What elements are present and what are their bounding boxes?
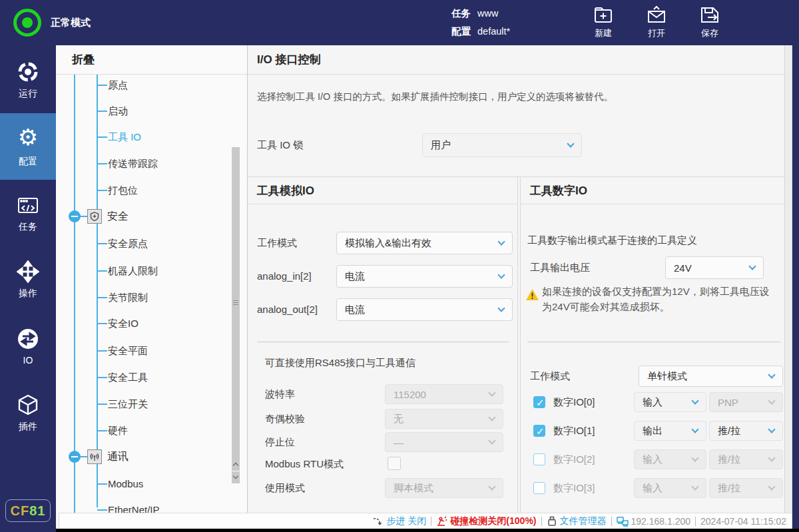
tree-item-pack-pos[interactable]: 打包位 (56, 177, 236, 204)
step-arrow-icon (373, 516, 384, 527)
sidebar-item-label: 插件 (19, 421, 37, 433)
digital-io-1-checkbox[interactable] (533, 425, 545, 437)
usb-drive-icon (547, 516, 557, 527)
panel-title: 工具模拟IO (248, 177, 517, 204)
tree-collapse-header[interactable]: 折叠 (56, 45, 247, 75)
open-button[interactable]: 打开 (639, 3, 674, 43)
collapse-minus-icon[interactable] (69, 451, 81, 463)
rtu-mode-checkbox[interactable] (388, 457, 401, 470)
analog-in-label: analog_in[2] (257, 265, 312, 288)
file-manager-button[interactable]: 文件管理器 (547, 515, 607, 527)
chevron-down-icon (488, 437, 495, 444)
save-button[interactable]: 保存 (692, 3, 727, 43)
step-mode-toggle[interactable]: 步进 关闭 (373, 515, 426, 527)
tree-scrollbar-thumb[interactable] (232, 147, 240, 459)
tree-item-tool-io[interactable]: 工具 IO (56, 124, 236, 150)
digital-io-0-checkbox[interactable] (533, 396, 545, 408)
tree-item-startup[interactable]: 启动 (56, 98, 236, 125)
open-file-icon (646, 5, 667, 26)
digital-io-1-mode-select[interactable]: 推/拉 (709, 421, 783, 441)
chevron-down-icon (768, 371, 775, 378)
sidebar-item-operate[interactable]: 操作 (0, 246, 56, 313)
chevron-down-icon (497, 304, 505, 312)
digital-io-1-direction-select[interactable]: 输出 (634, 421, 706, 441)
tree-item-ethernet-ip[interactable]: EtherNet/IP (56, 497, 236, 513)
tree-item-safety-plane[interactable]: 安全平面 (56, 338, 236, 364)
tree-section-safety[interactable]: 安全 (56, 203, 236, 230)
section-title: I/O 接口控制 (248, 45, 784, 75)
sidebar-item-label: 任务 (19, 221, 37, 233)
tree-item-conveyor[interactable]: 传送带跟踪 (56, 150, 236, 177)
work-mode-label: 工作模式 (257, 232, 297, 254)
sidebar-item-task[interactable]: 任务 (0, 180, 56, 246)
io-interface-section: I/O 接口控制 选择控制工具 I/O 接口的方式。如果扩展插件控制接口，用户定… (248, 45, 784, 177)
sidebar-item-config[interactable]: ⚙ 配置 (0, 113, 56, 180)
gear-icon: ⚙ (18, 126, 38, 151)
chevron-down-icon (768, 397, 775, 404)
tree-item-origin[interactable]: 原点 (56, 75, 236, 99)
tree-item-safe-origin[interactable]: 安全原点 (56, 230, 236, 257)
new-button[interactable]: 新建 (586, 3, 621, 43)
collapse-minus-icon[interactable] (69, 210, 81, 222)
rs485-note: 可直接使用RS485接口与工具通信 (265, 357, 415, 370)
tree-item-safety-io[interactable]: 安全IO (56, 310, 236, 337)
tree-item-robot-limit[interactable]: 机器人限制 (56, 258, 236, 284)
sidebar-item-label: 配置 (19, 156, 37, 168)
controller-id-badge: CF81 (5, 499, 51, 522)
chevron-down-icon (748, 262, 756, 270)
digital-io-2-mode-select: 推/拉 (709, 449, 783, 469)
chevron-down-icon (497, 238, 505, 245)
badge-suffix: 81 (29, 503, 45, 519)
digital-io-0-mode-select: PNP (709, 392, 783, 412)
digital-note: 工具数字输出模式基于连接的工具定义 (527, 234, 697, 247)
chevron-down-icon (768, 454, 775, 461)
sidebar-item-plugin[interactable]: 插件 (0, 380, 56, 446)
digital-io-1-label: 数字IO[1] (553, 421, 595, 441)
config-tree-panel: 折叠 原点 启动 工具 IO 传送带跟踪 打包位 安全 安全原点 机器人限制 (56, 45, 248, 513)
task-value: www (477, 8, 498, 19)
tree-item-safety-tool[interactable]: 安全工具 (56, 364, 236, 391)
chevron-down-icon (691, 397, 698, 404)
voltage-select[interactable]: 24V (665, 256, 764, 279)
collision-icon (436, 516, 447, 527)
right-edge-strip (792, 45, 799, 529)
digital-io-3-mode-select: 推/拉 (709, 478, 783, 498)
main-scrollbar-track[interactable] (784, 45, 792, 513)
tree-item-modbus[interactable]: Modbus (56, 471, 236, 497)
tree-section-communication[interactable]: 通讯 (56, 443, 236, 470)
datetime: 2024-07-04 11:15:02 (700, 516, 786, 527)
chevron-down-icon (691, 483, 698, 490)
tree-item-three-pos-switch[interactable]: 三位开关 (56, 391, 236, 417)
tool-io-lock-select[interactable]: 用户 (422, 133, 582, 157)
sidebar-item-run[interactable]: 运行 (0, 47, 56, 113)
analog-in-select[interactable]: 电流 (336, 265, 513, 288)
digital-io-2-checkbox[interactable] (533, 453, 545, 465)
tree-scroll-up-button[interactable] (232, 459, 240, 471)
divider (257, 342, 509, 342)
digital-io-3-checkbox[interactable] (533, 482, 545, 494)
analog-out-label: analog_out[2] (257, 298, 318, 321)
digital-io-0-direction-select[interactable]: 输入 (634, 392, 706, 412)
tree-item-joint-limit[interactable]: 关节限制 (56, 284, 236, 311)
status-bar: 步进 关闭 碰撞检测关闭(100%) 文件管理器 192.168.1.200 (59, 513, 792, 529)
analog-work-mode-select[interactable]: 模拟输入&输出有效 (336, 232, 513, 254)
robot-status-icon[interactable] (13, 9, 41, 37)
analog-out-select[interactable]: 电流 (336, 298, 513, 321)
sidebar-item-io[interactable]: IO (0, 313, 56, 380)
tree-item-hardware[interactable]: 硬件 (56, 417, 236, 444)
stop-bit-select: — (385, 432, 503, 452)
baud-select: 115200 (385, 384, 503, 404)
baud-label: 波特率 (265, 384, 295, 404)
usage-mode-select: 脚本模式 (385, 478, 503, 498)
digital-work-mode-select[interactable]: 单针模式 (639, 366, 783, 387)
sidebar-item-label: IO (23, 355, 33, 366)
chevron-down-icon (768, 483, 775, 490)
tree-scroll-down-button[interactable] (232, 471, 240, 483)
warning-text: 如果连接的设备仅支持配置为12V，则将工具电压设为24V可能会对其造成损坏。 (542, 284, 779, 314)
network-status[interactable]: 192.168.1.200 (617, 516, 691, 527)
tool-analog-io-panel: 工具模拟IO 工作模式 模拟输入&输出有效 analog_in[2] 电流 an… (248, 177, 518, 513)
tool-digital-io-panel: 工具数字IO 工具数字输出模式基于连接的工具定义 工具输出电压 24V 如果连接… (520, 177, 784, 513)
rtu-mode-label: Modbus RTU模式 (265, 455, 344, 473)
shield-icon (87, 209, 102, 224)
collision-detection-toggle[interactable]: 碰撞检测关闭(100%) (436, 515, 536, 527)
